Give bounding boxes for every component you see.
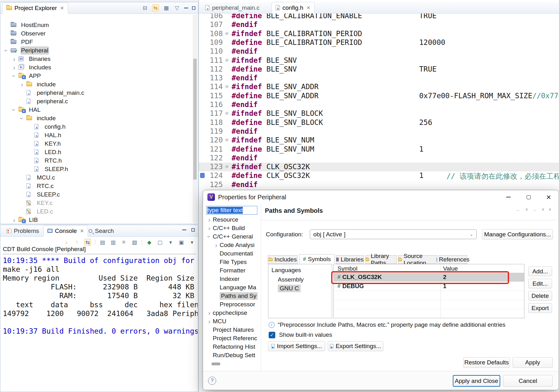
cancel-button[interactable]: Cancel [503,375,553,387]
chevron-expanded-icon[interactable]: › [207,234,211,239]
code-line-116[interactable]: 116#endif [199,100,559,109]
dialog-tree-item-paths-and-sy[interactable]: Paths and Sy [205,292,261,300]
close-icon[interactable]: ✕ [80,228,84,234]
maximize-icon[interactable] [191,228,195,232]
fold-collapse-icon[interactable]: ⊖ [225,57,228,63]
open-console-menu-icon[interactable]: ▾ [189,239,195,246]
chevron-collapsed-icon[interactable]: › [207,226,211,230]
dialog-tree-item-run-debug-sett[interactable]: Run/Debug Sett [205,351,261,359]
vertical-scrollbar[interactable] [193,15,197,223]
dialog-tree-item-c-c-build[interactable]: ›C/C++ Build [205,224,261,232]
pin-console-icon[interactable]: ◆ [146,239,153,246]
dialog-tree-item-file-types[interactable]: File Types [205,258,261,266]
tree-item-sleep-h[interactable]: SLEEP.h [0,165,187,173]
code-line-107[interactable]: 107#endif [199,20,559,29]
code-line-109[interactable]: 109#define BLE_CALIBRATION_PERIOD120000 [199,38,559,47]
code-line-125[interactable]: 125#endif [199,180,559,189]
chevron-collapsed-icon[interactable]: › [207,319,211,324]
dialog-tree-item-indexer[interactable]: Indexer [205,275,261,283]
code-line-108[interactable]: 108⊖#ifndef BLE_CALIBRATION_PERIOD [199,30,559,38]
import-settings-button[interactable]: Import Settings... [268,341,325,351]
tree-item-include[interactable]: ›include [0,114,187,122]
tab-problems[interactable]: Problems [3,225,43,237]
chevron-collapsed-icon[interactable]: › [12,218,16,222]
fold-collapse-icon[interactable]: ⊖ [225,137,228,143]
tree-item-config-h[interactable]: config.h [0,122,187,131]
tree-item-binaries[interactable]: ›10Binaries [0,55,187,63]
code-line-124[interactable]: 124#define CLK_OSC32K1// 该项请勿在此修改，必须在工程配… [199,171,559,180]
tree-item-observer[interactable]: Observer [0,29,187,38]
tree-item-hal-h[interactable]: HAL.h [0,131,187,139]
tab-search[interactable]: Search [85,225,118,237]
previous-message-icon[interactable]: ↑ [74,239,80,246]
delete-button[interactable]: Delete [528,291,552,301]
empty-row[interactable] [334,300,524,309]
tree-item-pdf[interactable]: PDF [0,38,187,46]
dialog-tree-item-preprocessor[interactable]: Preprocessor [205,300,261,309]
code-line-115[interactable]: 115#define BLE_SNV_ADDR0x77e00-FLASH_ROM… [199,92,559,100]
symbol-row-clk_osc32k[interactable]: #CLK_OSC32K2 [334,273,524,282]
tab-references[interactable]: References [439,255,467,264]
tab-libraries[interactable]: Libraries [336,255,364,264]
language-item-assembly[interactable]: Assembly [278,276,304,284]
apply-and-close-button[interactable]: Apply and Close [453,375,500,387]
open-console-icon[interactable]: ▣ [178,239,185,246]
next-message-icon[interactable]: ↓ [63,239,70,246]
view-menu-icon[interactable]: ▽ [173,4,180,11]
tree-item-sleep-c[interactable]: SLEEP.c [0,190,187,199]
dialog-tree-item-code-analysi[interactable]: ›Code Analysi [205,241,261,249]
maximize-button[interactable] [518,190,539,204]
tree-item-lib[interactable]: ›LIB [0,216,187,224]
edit-button[interactable]: Edit... [528,279,552,288]
display-console-icon[interactable]: ▢ [156,239,163,246]
code-line-111[interactable]: 111⊖#ifndef BLE_SNV [199,56,559,65]
dialog-tree-item-project-referenc[interactable]: Project Referenc [205,334,261,342]
empty-row[interactable] [334,309,524,318]
chevron-collapsed-icon[interactable]: › [12,65,16,70]
view-menu-icon[interactable]: ▾ [549,207,551,212]
chevron-collapsed-icon[interactable]: › [214,243,218,247]
tree-item-hostenum[interactable]: HostEnum [0,21,187,29]
chevron-expanded-icon[interactable]: › [4,48,8,53]
dialog-tree-item-documentati[interactable]: Documentati [205,250,261,258]
filter-input[interactable]: type filter text [206,206,257,215]
back-icon[interactable]: ← [516,207,521,212]
tree-item-led-c[interactable]: LED.c [0,207,187,216]
fold-collapse-icon[interactable]: ⊖ [225,30,228,36]
dialog-tree-item-mcu[interactable]: ›MCU [205,317,261,325]
fold-collapse-icon[interactable]: ⊖ [225,83,228,89]
code-editor[interactable]: 106#define BLE_CALIBRATION_ENABLETRUE107… [199,13,559,190]
configuration-select[interactable]: obj [ Active ] ⌄ [310,229,477,239]
code-line-110[interactable]: 110#endif [199,47,559,56]
tab-symbols[interactable]: #Symbols [299,254,335,264]
fold-collapse-icon[interactable]: ⊖ [225,164,228,169]
tab-source-location[interactable]: Source Location [398,255,437,264]
chevron-collapsed-icon[interactable]: › [207,217,211,222]
empty-row[interactable] [334,291,524,300]
tree-item-key-c[interactable]: KEY.c [0,199,187,207]
tree-item-peripheral-c[interactable]: peripheral.c [0,97,187,105]
manage-configurations-button[interactable]: Manage Configurations... [482,229,553,239]
code-line-121[interactable]: 121#define BLE_SNV_NUM1 [199,145,559,154]
chevron-collapsed-icon[interactable]: › [20,82,24,87]
scrollbar-thumb[interactable] [193,59,197,180]
dialog-tree-item-cppcheclipse[interactable]: ›cppcheclipse [205,309,261,317]
forward-menu-icon[interactable]: ▾ [542,207,544,212]
tab-project-explorer[interactable]: Project Explorer ✕ [2,2,68,14]
scroll-lock-icon[interactable]: ▥ [110,239,117,246]
symbol-row-debug[interactable]: #DEBUG1 [334,282,524,291]
close-icon[interactable]: ✕ [306,5,310,11]
minimize-icon[interactable] [182,229,186,230]
minimize-icon[interactable] [184,8,188,8]
code-line-118[interactable]: 118#define BLE_SNV_BLOCK256 [199,118,559,127]
collapse-all-icon[interactable]: ⊟ [141,4,148,11]
word-wrap-icon[interactable]: ▤ [99,239,106,246]
remove-launch-icon[interactable]: ▧ [131,239,138,246]
chevron-expanded-icon[interactable]: › [12,74,16,78]
code-line-106[interactable]: 106#define BLE_CALIBRATION_ENABLETRUE [199,13,559,20]
dialog-tree-item-project-natures[interactable]: Project Natures [205,326,261,334]
code-line-112[interactable]: 112#define BLE_SNVTRUE [199,65,559,74]
apply-button[interactable]: Apply [512,357,553,368]
tree-item-key-h[interactable]: KEY.h [0,139,187,148]
chevron-expanded-icon[interactable]: › [12,108,16,112]
